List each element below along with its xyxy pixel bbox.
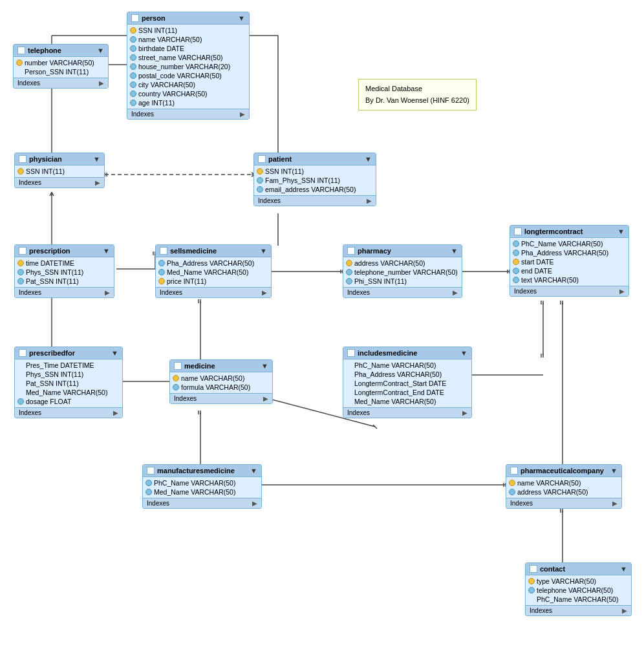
table-indexes-sellsmedicine: Indexes ▶ <box>156 287 271 297</box>
table-title-manufacturesmedicine: manufacturesmedicine <box>157 467 235 475</box>
indexes-arrow[interactable]: ▶ <box>113 409 118 416</box>
field-text: Pat_SSN INT(11) <box>26 379 79 387</box>
fk-icon <box>130 81 136 88</box>
table-header-prescription: prescription ▼ <box>15 245 114 257</box>
table-patient: patient ▼ SSN INT(11) Fam_Phys_SSN INT(1… <box>253 153 376 206</box>
dropdown-arrow-pharmaceuticalcompany[interactable]: ▼ <box>610 467 617 475</box>
field-row: Phi_SSN INT(11) <box>346 277 459 286</box>
key-icon <box>130 27 136 34</box>
indexes-label: Indexes <box>347 409 370 416</box>
table-contact: contact ▼ type VARCHAR(50) telephone VAR… <box>525 562 632 616</box>
field-row: country VARCHAR(50) <box>130 89 246 98</box>
indexes-arrow[interactable]: ▶ <box>619 288 625 295</box>
dropdown-arrow-prescribedfor[interactable]: ▼ <box>111 349 118 357</box>
indexes-arrow[interactable]: ▶ <box>367 197 372 204</box>
fk-icon <box>513 268 519 274</box>
table-body-prescribedfor: Pres_Time DATETIME Phys_SSN INT(11) Pat_… <box>15 359 122 407</box>
indexes-label: Indexes <box>147 500 169 507</box>
field-row: LongtermContract_Start DATE <box>346 379 469 388</box>
field-row: price INT(11) <box>158 277 268 286</box>
table-indexes-medicine: Indexes ▶ <box>170 393 272 403</box>
fk-icon <box>130 54 136 61</box>
indexes-arrow[interactable]: ▶ <box>240 111 245 118</box>
table-prescribedfor: prescribedfor ▼ Pres_Time DATETIME Phys_… <box>14 347 123 418</box>
field-text: name VARCHAR(50) <box>181 374 244 382</box>
table-longtermcontract: longtermcontract ▼ PhC_Name VARCHAR(50) … <box>510 225 629 297</box>
svg-line-26 <box>50 192 52 196</box>
dropdown-arrow-longtermcontract[interactable]: ▼ <box>617 228 625 235</box>
fk-icon <box>346 278 352 284</box>
table-body-person: SSN INT(11) name VARCHAR(50) birthdate D… <box>127 25 249 109</box>
table-body-contact: type VARCHAR(50) telephone VARCHAR(50) P… <box>526 575 631 605</box>
fk-icon <box>17 398 24 405</box>
field-text: type VARCHAR(50) <box>537 577 596 585</box>
field-text: Pha_Address VARCHAR(50) <box>354 370 442 378</box>
table-header-pharmaceuticalcompany: pharmaceuticalcompany ▼ <box>506 465 621 477</box>
dropdown-arrow-physician[interactable]: ▼ <box>93 155 100 163</box>
indexes-arrow[interactable]: ▶ <box>99 80 104 87</box>
indexes-arrow[interactable]: ▶ <box>622 607 627 614</box>
indexes-arrow[interactable]: ▶ <box>453 289 458 296</box>
dropdown-arrow-sellsmedicine[interactable]: ▼ <box>260 247 267 255</box>
table-header-patient: patient ▼ <box>254 153 376 166</box>
indexes-label: Indexes <box>174 395 197 402</box>
table-icon-longtermcontract <box>514 228 522 235</box>
field-icon <box>17 371 24 378</box>
indexes-arrow[interactable]: ▶ <box>612 500 617 507</box>
field-row: name VARCHAR(50) <box>130 35 246 44</box>
table-indexes-physician: Indexes ▶ <box>15 177 104 187</box>
dropdown-arrow-patient[interactable]: ▼ <box>365 155 372 163</box>
field-row: Pha_Address VARCHAR(50) <box>158 259 268 268</box>
field-row: SSN INT(11) <box>17 167 102 176</box>
table-header-includesmedicine: includesmedicine ▼ <box>343 347 471 359</box>
dropdown-arrow-medicine[interactable]: ▼ <box>261 362 268 370</box>
indexes-arrow[interactable]: ▶ <box>263 395 268 402</box>
table-prescription: prescription ▼ time DATETIME Phys_SSN IN… <box>14 244 114 298</box>
field-row: Person_SSN INT(11) <box>16 67 105 76</box>
field-text: house_number VARCHAR(20) <box>138 63 230 70</box>
table-pharmaceuticalcompany: pharmaceuticalcompany ▼ name VARCHAR(50)… <box>506 464 622 509</box>
field-text: Phi_SSN INT(11) <box>354 277 407 285</box>
table-header-manufacturesmedicine: manufacturesmedicine ▼ <box>143 465 261 477</box>
field-text: start DATE <box>521 258 554 266</box>
table-title-longtermcontract: longtermcontract <box>524 228 583 235</box>
field-text: Med_Name VARCHAR(50) <box>26 389 107 396</box>
indexes-arrow[interactable]: ▶ <box>95 179 100 186</box>
indexes-arrow[interactable]: ▶ <box>462 409 467 416</box>
fk-icon <box>257 177 263 184</box>
indexes-arrow[interactable]: ▶ <box>262 289 267 296</box>
field-text: SSN INT(11) <box>26 167 65 175</box>
field-icon <box>346 362 352 368</box>
table-indexes-telephone: Indexes ▶ <box>14 78 108 88</box>
table-body-includesmedicine: PhC_Name VARCHAR(50) Pha_Address VARCHAR… <box>343 359 471 407</box>
dropdown-arrow-manufacturesmedicine[interactable]: ▼ <box>250 467 257 475</box>
key-icon <box>173 375 179 381</box>
table-icon-person <box>131 14 139 22</box>
indexes-arrow[interactable]: ▶ <box>105 289 110 296</box>
table-indexes-patient: Indexes ▶ <box>254 195 376 206</box>
field-row: type VARCHAR(50) <box>528 577 628 586</box>
table-indexes-manufacturesmedicine: Indexes ▶ <box>143 498 261 508</box>
fk-icon <box>513 240 519 247</box>
field-row: telephone_number VARCHAR(50) <box>346 268 459 277</box>
fk-icon <box>130 100 136 106</box>
field-text: birthdate DATE <box>138 45 184 52</box>
dropdown-arrow-telephone[interactable]: ▼ <box>97 47 104 54</box>
field-row: end DATE <box>513 266 626 275</box>
table-body-physician: SSN INT(11) <box>15 166 104 177</box>
dropdown-arrow-person[interactable]: ▼ <box>238 14 245 22</box>
field-row: number VARCHAR(50) <box>16 58 105 67</box>
dropdown-arrow-includesmedicine[interactable]: ▼ <box>460 349 467 357</box>
dropdown-arrow-pharmacy[interactable]: ▼ <box>451 247 458 255</box>
field-text: city VARCHAR(50) <box>138 81 195 89</box>
key-icon <box>17 260 24 266</box>
table-title-contact: contact <box>540 565 565 573</box>
indexes-label: Indexes <box>19 289 41 296</box>
indexes-arrow[interactable]: ▶ <box>252 500 257 507</box>
table-title-medicine: medicine <box>184 362 215 370</box>
dropdown-arrow-prescription[interactable]: ▼ <box>103 247 110 255</box>
dropdown-arrow-contact[interactable]: ▼ <box>620 565 627 573</box>
field-row: Pat_SSN INT(11) <box>17 277 111 286</box>
field-row: address VARCHAR(50) <box>509 487 619 496</box>
field-row: telephone VARCHAR(50) <box>528 586 628 595</box>
